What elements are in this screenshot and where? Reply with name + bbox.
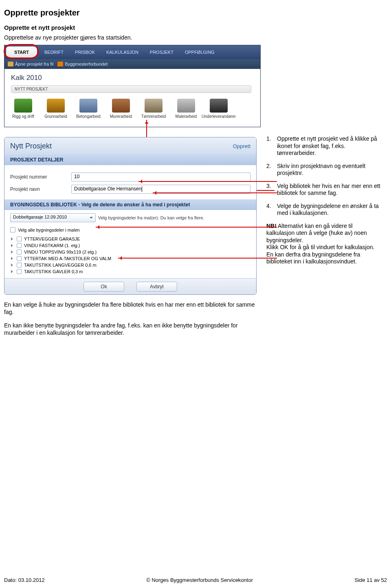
checkbox-item[interactable] (17, 243, 22, 248)
input-project-number-value: 10 (74, 174, 79, 179)
paragraph-other-trade: En kan ikke benytte bygningsdeler fra an… (4, 322, 265, 336)
rigg-icon (14, 99, 32, 113)
label-project-number: Prosjekt nummer (10, 174, 71, 180)
checkbox-item[interactable] (17, 250, 22, 254)
page-title: Opprette prosjekter (4, 8, 387, 18)
maler-label: Malerarbeid (176, 114, 197, 119)
category-rigg[interactable]: Rigg og drift (12, 99, 35, 119)
rigg-label: Rigg og drift (12, 114, 34, 119)
app-navbar: START BEDRIFT PRISBOK KALKULASJON PROSJE… (4, 45, 260, 59)
instruction-number: 2. (266, 163, 274, 177)
instruction-number: 4. (266, 203, 274, 217)
ok-button[interactable]: Ok (83, 282, 124, 292)
app-title: Kalk 2010 (11, 74, 260, 82)
tree-item[interactable]: TAKUTSTIKK GAVLER 0,3 m (10, 268, 250, 275)
checkbox-item[interactable] (17, 263, 22, 267)
tab-prisbok[interactable]: PRISBOK (69, 45, 101, 59)
tree-item[interactable]: VINDU FASTKARM (1. etg.) (10, 242, 250, 249)
checkbox-select-all[interactable] (10, 227, 15, 232)
underlev-icon (210, 99, 228, 113)
tree-item[interactable]: YTTERVEGGER GARASJE (10, 236, 250, 242)
dialog-body-details: Prosjekt nummer 10 Prosjekt navn Dobbelt… (4, 165, 256, 199)
maler-icon (177, 99, 195, 113)
numbered-instructions: 1.Opprette et nytt prosjekt ved å klikke… (266, 135, 380, 265)
dialog-titlebar: Nytt Prosjekt Opprett (4, 137, 256, 155)
dialog-section-details: PROSJEKT DETALJER (4, 155, 256, 165)
underlev-label: Underleverandører (202, 114, 236, 119)
cancel-button[interactable]: Avbryt (136, 282, 177, 292)
callout-arrow-2b (153, 192, 277, 193)
tomrer-label: Tømrerarbeid (141, 114, 166, 119)
checkbox-item[interactable] (17, 269, 22, 274)
tab-kalkulasjon[interactable]: KALKULASJON (101, 45, 144, 59)
instruction-2: 2.Skriv inn prosjektnavn og eventuelt pr… (266, 163, 380, 177)
category-grunn[interactable]: Grunnarbeid (44, 99, 67, 119)
instruction-1: 1.Opprette et nytt prosjekt ved å klikke… (266, 135, 380, 157)
instruction-text: Velge de bygningsdelene en ønsker å ta m… (277, 203, 380, 217)
instruction-number: 3. (266, 183, 274, 197)
start-highlight-ellipse (4, 44, 39, 59)
toolbar-open-label: Åpne prosjekt fra fil (15, 62, 53, 66)
tab-bedrift[interactable]: BEDRIFT (39, 45, 69, 59)
footer-page-number: Side 11 av 52 (354, 577, 387, 583)
expand-icon (11, 257, 14, 260)
instruction-text: Velg bibliotek her hvis en har mer enn e… (277, 183, 380, 197)
new-project-dialog: Nytt Prosjekt Opprett PROSJEKT DETALJER … (4, 137, 257, 295)
instruction-4: 4.Velge de bygningsdelene en ønsker å ta… (266, 203, 380, 217)
text-caret (142, 186, 142, 192)
toolbar-org[interactable]: Byggmesterforbundet (57, 62, 108, 66)
select-library-hint: Velg bygningsdeler fra mal(er). Du kan v… (98, 215, 204, 220)
tree-item-label: VINDU TOPPSVING 99x119 (2 etg.) (24, 250, 97, 254)
toolbar-open-project[interactable]: Åpne prosjekt fra fil (8, 62, 53, 66)
select-library-template[interactable]: Dobbeltgarasje 12.09.2010 (10, 213, 96, 222)
expand-icon (11, 270, 14, 273)
betong-icon (79, 99, 97, 113)
instruction-text: Opprette et nytt prosjekt ved å klikke p… (277, 135, 380, 157)
dialog-section-library: BYGNINGSDELS BIBLIOTEK - Velg de delene … (4, 199, 256, 210)
expand-icon (11, 263, 14, 267)
instruction-number: 1. (266, 135, 274, 157)
expand-icon (11, 250, 14, 254)
category-murer[interactable]: Murerarbeid (110, 99, 132, 119)
instruction-3: 3.Velg bibliotek her hvis en har mer enn… (266, 183, 380, 197)
new-project-icons-row: Rigg og drift Grunnarbeid Betongarbeid M… (11, 97, 260, 120)
tree-item-label: YTTERTAK MED A-TAKSTOLER OG VALM (24, 256, 111, 261)
dialog-title-text: Nytt Prosjekt (10, 142, 52, 150)
expand-icon (11, 244, 14, 247)
dialog-create-link[interactable]: Opprett (233, 143, 250, 149)
checkbox-item[interactable] (17, 256, 22, 261)
category-betong[interactable]: Betongarbeid (77, 99, 100, 119)
tab-oppfolging[interactable]: OPPFØLGING (179, 45, 220, 59)
tomrer-icon (145, 99, 163, 113)
callout-arrow-2 (138, 181, 277, 182)
category-maler[interactable]: Malerarbeid (175, 99, 198, 119)
building-parts-tree: YTTERVEGGER GARASJE VINDU FASTKARM (1. e… (4, 234, 256, 278)
callout-arrow-4 (118, 258, 277, 259)
tab-prosjekt[interactable]: PROSJEKT (144, 45, 179, 59)
category-tomrer[interactable]: Tømrerarbeid (142, 99, 165, 119)
label-project-name: Prosjekt navn (10, 186, 71, 192)
category-underlev[interactable]: Underleverandører (207, 99, 230, 119)
tree-item[interactable]: VINDU TOPPSVING 99x119 (2 etg.) (10, 249, 250, 255)
input-project-number[interactable]: 10 (71, 172, 250, 181)
toolbar-org-label: Byggmesterforbundet (65, 62, 108, 66)
row-library-select: Dobbeltgarasje 12.09.2010 Velg bygningsd… (4, 210, 256, 225)
ok-button-label: Ok (101, 284, 107, 290)
tree-item[interactable]: TAKUTSTIKK LANGVEGGER 0,6 m (10, 262, 250, 268)
dialog-wrapper: Nytt Prosjekt Opprett PROSJEKT DETALJER … (4, 135, 257, 295)
tree-item-label: VINDU FASTKARM (1. etg.) (24, 243, 80, 248)
nb-text: Alternativt kan en gå videre til kalkula… (266, 223, 374, 265)
murer-icon (112, 99, 130, 113)
page-footer: Dato: 03.10.2012 © Norges Byggmesterforb… (4, 577, 387, 583)
tree-item-label: TAKUTSTIKK LANGVEGGER 0,6 m (24, 263, 97, 267)
tree-item[interactable]: YTTERTAK MED A-TAKSTOLER OG VALM (10, 255, 250, 262)
expand-icon (11, 237, 14, 241)
cancel-button-label: Avbryt (150, 284, 164, 290)
murer-label: Murerarbeid (110, 114, 132, 119)
checkbox-item[interactable] (17, 237, 22, 241)
footer-copyright: © Norges Byggmesterforbunds Servicekonto… (146, 577, 253, 583)
screenshot-start-page: START BEDRIFT PRISBOK KALKULASJON PROSJE… (4, 45, 261, 127)
label-select-all: Velg alle bygningsdeler i malen (18, 228, 80, 232)
input-project-name-value: Dobbeltgarase Ole Hermansen (74, 186, 141, 192)
app-body: Kalk 2010 NYTT PROSJEKT Rigg og drift Gr… (4, 69, 260, 127)
